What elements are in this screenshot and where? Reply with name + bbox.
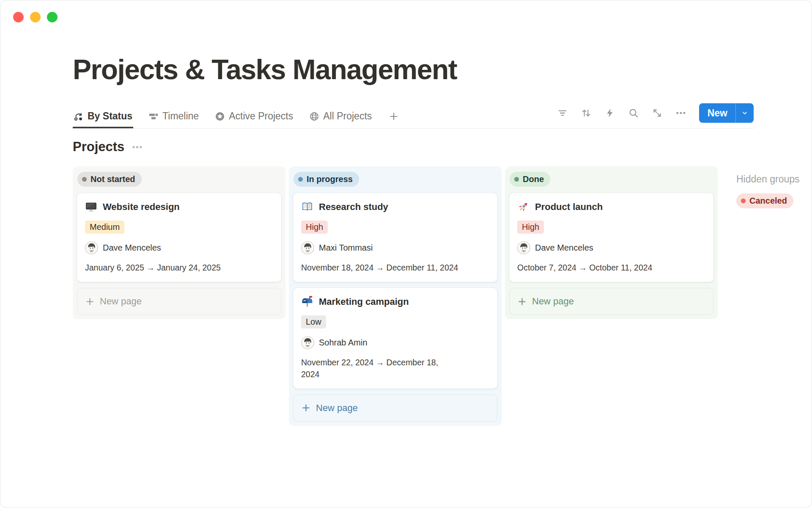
tab-label: Active Projects [229,110,293,122]
card-title: Marketing campaign [319,296,409,307]
new-page-label: New page [100,296,142,307]
plus-icon [517,297,527,306]
window-minimize-button[interactable] [30,12,41,22]
mailbox-raised-flag-icon [301,295,313,308]
assignee-avatar [301,241,314,254]
tab-label: By Status [88,110,132,122]
card-title: Website redesign [103,202,180,213]
view-tabbar: By StatusTimelineActive ProjectsAll Proj… [73,103,754,129]
assignee-row: Maxi Tommasi [301,241,489,254]
search-button[interactable] [628,108,639,119]
search-icon[interactable] [628,108,639,119]
project-card-product-launch[interactable]: Product launchHighDave MencelesOctober 7… [509,193,713,282]
status-pill-label: In progress [307,174,353,184]
column-header: In progress [293,171,497,193]
tab-active-projects[interactable]: Active Projects [214,107,294,128]
window-close-button[interactable] [13,12,24,22]
card-title: Research study [319,202,388,213]
hidden-groups: Hidden groups Canceled [736,166,800,208]
new-page-button[interactable]: New page [293,395,497,422]
add-view-button[interactable] [387,108,401,128]
tab-label: Timeline [162,110,199,122]
card-title-row: Research study [301,201,489,213]
assignee-name: Sohrab Amin [319,338,368,348]
expand-icon[interactable] [652,108,663,119]
desktop-computer-icon [85,201,97,213]
filter-icon[interactable] [557,108,568,119]
rocket-icon [517,201,529,213]
assignee-avatar [517,241,530,254]
open-book-icon [301,201,313,213]
sort-button[interactable] [581,108,592,119]
page-content: Projects & Tasks Management By StatusTim… [0,0,812,426]
plus-icon [301,403,311,413]
column-header: Done [509,171,713,193]
assignee-row: Dave Menceles [85,241,273,254]
filter-button[interactable] [557,108,568,119]
new-page-button[interactable]: New page [77,288,281,315]
assignee-avatar [301,336,314,349]
more-button[interactable] [675,108,686,119]
status-pill-not-started[interactable]: Not started [77,172,142,187]
sort-icon[interactable] [581,108,592,119]
assignee-row: Sohrab Amin [301,336,489,349]
view-toolbar: New [557,103,754,128]
expand-button[interactable] [652,108,663,119]
assignee-name: Dave Menceles [103,243,161,253]
card-title-row: Marketing campaign [301,295,489,308]
new-button[interactable]: New [699,103,754,123]
assignee-name: Maxi Tommasi [319,243,373,253]
card-title-row: Website redesign [85,201,273,213]
view-more-button[interactable] [132,141,143,153]
card-title-row: Product launch [517,201,705,213]
more-icon[interactable] [675,108,686,119]
priority-row: High [301,221,489,234]
view-section-title: Projects [73,139,124,155]
new-button-label[interactable]: New [699,103,735,123]
timeline-bars-icon [148,111,159,121]
priority-tag: High [301,221,328,234]
tab-label: All Projects [323,110,372,122]
star-circle-icon [215,111,225,121]
chevron-down-icon[interactable] [736,103,754,123]
priority-tag: Medium [85,221,124,234]
new-page-button[interactable]: New page [509,288,713,315]
date-range: October 7, 2024 → October 11, 2024 [517,262,705,273]
column-header: Not started [77,171,281,193]
view-tabs: By StatusTimelineActive ProjectsAll Proj… [73,107,401,128]
status-dot-icon [514,177,519,182]
date-range: November 22, 2024 → December 18, 2024 [301,357,489,380]
status-pill-done[interactable]: Done [510,172,550,187]
status-board-icon [74,111,84,121]
status-pill-label: Not started [91,174,135,184]
tab-by-status[interactable]: By Status [73,107,133,128]
status-dot-icon [298,177,303,182]
date-range: January 6, 2025 → January 24, 2025 [85,262,273,273]
new-page-label: New page [532,296,574,307]
hidden-group-label: Canceled [749,196,787,206]
assignee-avatar [85,241,98,254]
board-column-done: DoneProduct launchHighDave MencelesOctob… [505,166,718,319]
status-dot-icon [741,199,746,203]
automations-button[interactable] [604,108,615,119]
project-card-website-redesign[interactable]: Website redesignMediumDave MencelesJanua… [77,193,281,282]
tab-timeline[interactable]: Timeline [148,107,200,128]
card-title: Product launch [535,202,603,213]
priority-row: Medium [85,221,273,234]
status-dot-icon [82,177,87,182]
page-title[interactable]: Projects & Tasks Management [73,53,812,86]
plus-icon[interactable] [389,111,399,121]
kanban-board: Not startedWebsite redesignMediumDave Me… [73,166,812,426]
automations-icon[interactable] [604,108,615,119]
project-card-research-study[interactable]: Research studyHighMaxi TommasiNovember 1… [293,193,497,282]
tab-all-projects[interactable]: All Projects [308,107,373,128]
board-column-not-started: Not startedWebsite redesignMediumDave Me… [73,166,285,319]
board-column-in-progress: In progressResearch studyHighMaxi Tommas… [289,166,502,426]
priority-row: Low [301,315,489,329]
window-controls [13,12,58,22]
status-pill-in-progress[interactable]: In progress [294,172,359,187]
window-zoom-button[interactable] [47,12,58,22]
hidden-group-pill-canceled[interactable]: Canceled [736,193,793,208]
project-card-marketing-campaign[interactable]: Marketing campaignLowSohrab AminNovember… [293,288,497,389]
view-section-header: Projects [73,139,812,155]
